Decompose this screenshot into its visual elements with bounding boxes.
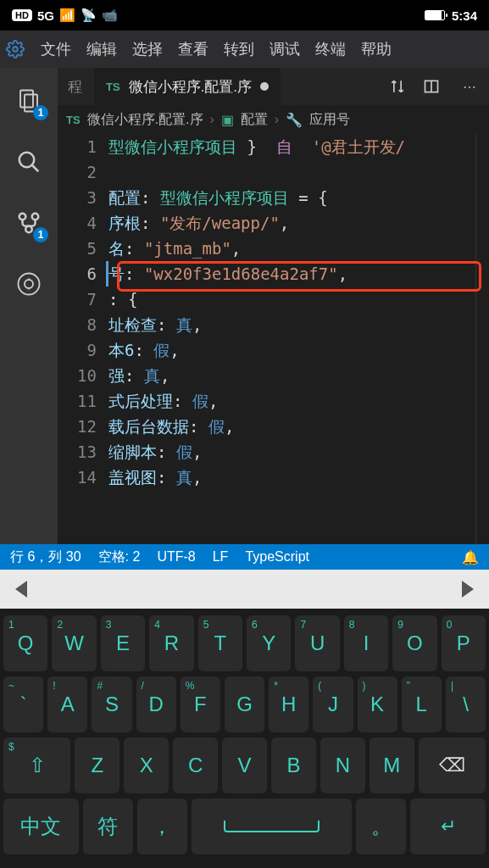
key-y[interactable]: 6Y xyxy=(247,615,291,671)
source-control-icon[interactable]: 1 xyxy=(14,209,43,237)
activity-bar: 1 1 xyxy=(0,68,58,544)
crumb-symbol[interactable]: 应用号 xyxy=(309,111,350,129)
key-period[interactable]: 。 xyxy=(356,798,406,854)
menu-help[interactable]: 帮助 xyxy=(361,39,392,59)
key-k[interactable]: )K xyxy=(358,676,397,732)
key-w[interactable]: 2W xyxy=(52,615,96,671)
prev-suggestion-icon[interactable] xyxy=(15,581,27,598)
key-m[interactable]: M xyxy=(370,737,414,793)
key-backspace[interactable]: ⌫ xyxy=(419,737,486,793)
key-f[interactable]: %F xyxy=(181,676,220,732)
debug-icon[interactable] xyxy=(14,270,43,298)
keyboard-suggestion-strip xyxy=(0,570,489,609)
key-p[interactable]: 0P xyxy=(442,615,486,671)
key-q[interactable]: 1Q xyxy=(3,615,47,671)
breadcrumbs[interactable]: TS 微信小程序.配置.序 › ▣ 配置 › 🔧 应用号 xyxy=(58,105,489,134)
key-u[interactable]: 7U xyxy=(295,615,339,671)
svg-line-4 xyxy=(32,165,39,172)
svg-point-5 xyxy=(19,214,26,220)
menu-debug[interactable]: 调试 xyxy=(270,39,300,59)
key-v[interactable]: V xyxy=(222,737,267,793)
menu-edit[interactable]: 编辑 xyxy=(86,39,117,59)
key-n[interactable]: N xyxy=(320,737,365,793)
key-space[interactable] xyxy=(192,798,352,854)
key-shift[interactable]: $⇧ xyxy=(3,737,70,793)
explorer-badge: 1 xyxy=(33,105,48,120)
eol[interactable]: LF xyxy=(213,549,229,565)
compare-changes-icon[interactable] xyxy=(389,78,414,95)
split-editor-icon[interactable] xyxy=(423,78,448,95)
key-l[interactable]: "L xyxy=(402,676,442,732)
ts-file-icon: TS xyxy=(66,114,81,126)
menu-terminal[interactable]: 终端 xyxy=(315,39,346,59)
more-actions-icon[interactable]: ⋯ xyxy=(457,79,482,95)
clock: 5:34 xyxy=(452,8,477,23)
network-label: 5G xyxy=(37,8,54,23)
key-x[interactable]: X xyxy=(124,737,169,793)
indentation[interactable]: 空格: 2 xyxy=(98,548,141,566)
settings-gear-icon[interactable] xyxy=(5,39,25,59)
chevron-right-icon: › xyxy=(210,112,214,127)
key-d[interactable]: /D xyxy=(136,676,176,732)
key-o[interactable]: 9O xyxy=(392,615,436,671)
scm-badge: 1 xyxy=(33,227,48,242)
menu-file[interactable]: 文件 xyxy=(41,39,71,59)
key-enter[interactable]: ↵ xyxy=(410,798,486,854)
dirty-indicator-icon xyxy=(260,82,269,91)
spacebar-icon xyxy=(224,821,320,832)
key-g[interactable]: G xyxy=(225,676,264,732)
minimap[interactable] xyxy=(475,134,489,544)
battery-icon xyxy=(425,10,445,20)
code-editor[interactable]: 1234567891011121314 型微信小程序项目 } 自 '@君土开发/… xyxy=(58,134,489,544)
editor-status-bar: 行 6，列 30 空格: 2 UTF-8 LF TypeScript 🔔 xyxy=(0,544,489,570)
key-a[interactable]: !A xyxy=(47,676,87,732)
workspace: 1 1 程 TS 微信小程序.配置.序 ⋯ xyxy=(0,68,489,544)
menu-bar: 文件 编辑 选择 查看 转到 调试 终端 帮助 xyxy=(0,31,489,68)
key-language[interactable]: 中文 xyxy=(3,798,79,854)
key-e[interactable]: 3E xyxy=(101,615,145,671)
key-symbols[interactable]: 符 xyxy=(83,798,133,854)
wifi-icon: 📡 xyxy=(81,8,97,23)
tab-label: 微信小程序.配置.序 xyxy=(129,77,252,97)
svg-point-3 xyxy=(19,153,35,168)
key-comma[interactable]: ， xyxy=(137,798,187,854)
soft-keyboard: 1Q2W3E4R5T6Y7U8I9O0P ~`!A#S/D%FG*H(J)K"L… xyxy=(0,609,489,868)
menu-select[interactable]: 选择 xyxy=(132,39,163,59)
key-z[interactable]: Z xyxy=(75,737,119,793)
editor-area: 程 TS 微信小程序.配置.序 ⋯ TS 微信小程序.配置.序 › ▣ 配置 ›… xyxy=(58,68,489,544)
phone-status-bar: HD 5G 📶 📡 📹 5:34 xyxy=(0,0,489,31)
key-b[interactable]: B xyxy=(271,737,316,793)
svg-point-0 xyxy=(13,47,18,52)
keyboard-row-4: 中文 符 ， 。 ↵ xyxy=(3,798,486,854)
key-h[interactable]: *H xyxy=(269,676,308,732)
crumb-folder[interactable]: 配置 xyxy=(241,111,268,129)
tab-bar: 程 TS 微信小程序.配置.序 ⋯ xyxy=(58,68,489,105)
key-t[interactable]: 5T xyxy=(198,615,242,671)
ts-file-icon: TS xyxy=(106,81,120,93)
module-icon: ▣ xyxy=(221,112,234,128)
signal-icon: 📶 xyxy=(59,8,75,23)
key-`[interactable]: ~` xyxy=(3,676,43,732)
menu-view[interactable]: 查看 xyxy=(178,39,208,59)
explorer-icon[interactable]: 1 xyxy=(14,86,43,115)
key-s[interactable]: #S xyxy=(92,676,131,732)
next-suggestion-icon[interactable] xyxy=(462,581,474,598)
menu-go[interactable]: 转到 xyxy=(224,39,254,59)
language-mode[interactable]: TypeScript xyxy=(245,549,309,565)
encoding[interactable]: UTF-8 xyxy=(157,549,195,565)
code-lines[interactable]: 型微信小程序项目 } 自 '@君土开发/ 配置: 型微信小程序项目 = {序根:… xyxy=(108,134,475,544)
bell-icon[interactable]: 🔔 xyxy=(462,549,479,565)
key-\[interactable]: |\ xyxy=(446,676,486,732)
key-i[interactable]: 8I xyxy=(344,615,388,671)
cursor-position[interactable]: 行 6，列 30 xyxy=(10,548,81,566)
key-c[interactable]: C xyxy=(173,737,218,793)
crumb-file[interactable]: 微信小程序.配置.序 xyxy=(87,111,203,129)
tab-active[interactable]: TS 微信小程序.配置.序 xyxy=(94,68,281,105)
key-j[interactable]: (J xyxy=(313,676,353,732)
hd-badge: HD xyxy=(12,9,32,21)
line-gutter: 1234567891011121314 xyxy=(58,134,108,544)
key-r[interactable]: 4R xyxy=(149,615,193,671)
search-icon[interactable] xyxy=(14,147,43,176)
tab-stub[interactable]: 程 xyxy=(64,77,86,97)
wrench-icon: 🔧 xyxy=(286,112,303,128)
